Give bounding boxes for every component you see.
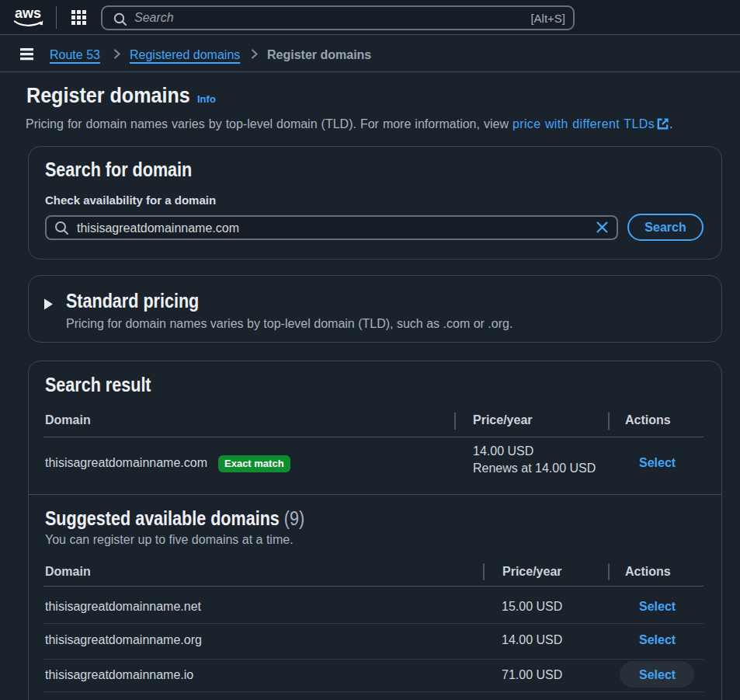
svg-text:aws: aws (15, 5, 41, 21)
